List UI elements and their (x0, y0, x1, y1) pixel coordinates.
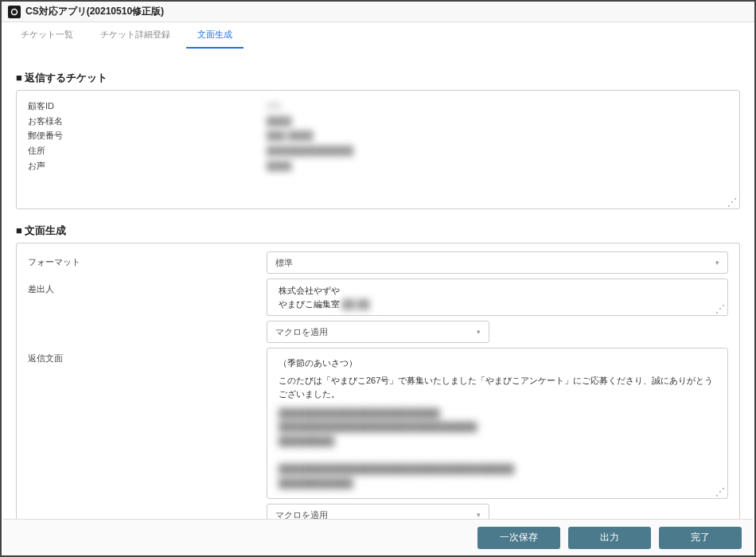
footer-action-bar: 一次保存 出力 完了 (3, 519, 753, 555)
format-select[interactable]: 標準 ▾ (267, 251, 728, 274)
tab-bar: チケット一覧 チケット詳細登録 文面生成 (2, 22, 754, 49)
chevron-down-icon: ▾ (715, 259, 719, 267)
customer-id-label: 顧客ID (28, 99, 267, 114)
main-content: 返信するチケット 顧客ID 000 お客様名 ████ 郵便番号 ███-███… (2, 49, 754, 555)
resize-handle-icon[interactable]: ⋰ (715, 306, 725, 315)
section-title-reply-ticket: 返信するチケット (16, 71, 740, 85)
postal-value: ███-████ (267, 128, 313, 143)
resize-handle-icon[interactable]: ⋰ (727, 199, 737, 208)
sender-textarea[interactable]: 株式会社やずや やまびこ編集室 ██ ██ ⋰ (267, 278, 728, 316)
compose-panel: フォーマット 標準 ▾ 差出人 株式会社やずや やまびこ編集室 ██ ██ (16, 243, 740, 555)
chevron-down-icon: ▾ (477, 328, 481, 336)
customer-id-value: 000 (267, 99, 281, 114)
app-logo-icon (8, 6, 21, 18)
sender-label: 差出人 (28, 278, 267, 295)
app-header: CS対応アプリ(20210510修正版) (2, 2, 754, 22)
sender-line2: やまびこ編集室 ██ ██ (279, 298, 716, 311)
customer-name-label: お客様名 (28, 114, 267, 129)
reply-textarea[interactable]: （季節のあいさつ） このたびは「やまびこ267号」で募集いたしました「やまびこア… (267, 348, 728, 499)
save-draft-button[interactable]: 一次保存 (477, 527, 560, 549)
reply-label: 返信文面 (28, 348, 267, 364)
reply-body-visible: このたびは「やまびこ267号」で募集いたしました「やまびこアンケート」にご応募く… (279, 374, 716, 402)
sender-macro-value: マクロを適用 (275, 326, 328, 338)
app-title: CS対応アプリ(20210510修正版) (25, 5, 164, 18)
chevron-down-icon: ▾ (477, 511, 481, 519)
output-button[interactable]: 出力 (568, 527, 651, 549)
sender-macro-select[interactable]: マクロを適用 ▾ (267, 321, 489, 343)
resize-handle-icon[interactable]: ⋰ (715, 489, 725, 498)
customer-name-value: ████ (267, 114, 291, 129)
tab-ticket-detail[interactable]: チケット詳細登録 (89, 22, 181, 49)
address-label: 住所 (28, 143, 267, 158)
sender-line1: 株式会社やずや (279, 284, 716, 298)
svg-point-0 (12, 9, 18, 14)
voice-label: お声 (28, 158, 267, 173)
tab-compose[interactable]: 文面生成 (186, 22, 244, 49)
format-select-value: 標準 (275, 257, 293, 269)
postal-label: 郵便番号 (28, 128, 267, 143)
complete-button[interactable]: 完了 (659, 527, 742, 549)
reply-ticket-panel: 顧客ID 000 お客様名 ████ 郵便番号 ███-████ 住所 ████… (16, 90, 740, 209)
voice-value: ████ (267, 158, 291, 173)
section-title-compose: 文面生成 (16, 224, 740, 238)
reply-body-blurred: ██████████████████████████ █████████████… (279, 407, 716, 491)
address-value: ██████████████ (267, 143, 353, 158)
format-label: フォーマット (28, 251, 267, 268)
tab-ticket-list[interactable]: チケット一覧 (10, 22, 84, 49)
reply-greeting: （季節のあいさつ） (279, 356, 716, 371)
